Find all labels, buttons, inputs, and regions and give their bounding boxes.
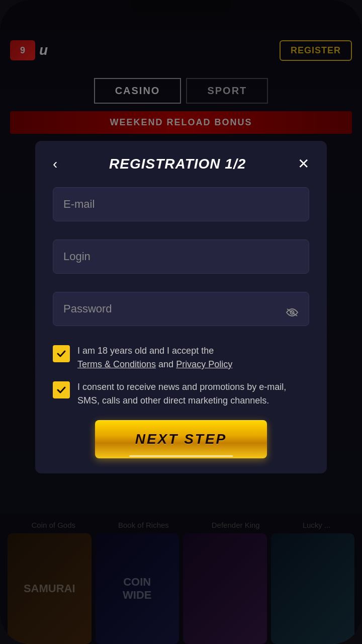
modal-title: REGISTRATION 1/2 (57, 156, 298, 172)
close-button[interactable]: ✕ (298, 157, 309, 171)
checkbox-1[interactable] (53, 345, 70, 362)
login-field-wrapper (53, 239, 309, 283)
terms-link[interactable]: Terms & Conditions (77, 359, 156, 369)
checkbox-1-text: I am 18 years old and I accept the Terms… (77, 344, 232, 371)
phone-frame: 9 u REGISTER CASINO SPORT WEEKEND RELOAD… (0, 0, 362, 644)
next-step-button[interactable]: NEXT STEP (95, 420, 267, 458)
checkbox-2[interactable] (53, 381, 70, 398)
checkbox-2-text: I consent to receive news and promotions… (77, 380, 309, 408)
registration-modal: ‹ REGISTRATION 1/2 ✕ (35, 141, 327, 473)
password-toggle-icon[interactable] (285, 307, 299, 320)
email-field-wrapper (53, 187, 309, 230)
password-field-wrapper (53, 292, 309, 335)
next-step-button-container: NEXT STEP (53, 420, 309, 458)
email-input[interactable] (53, 187, 309, 221)
modal-header: ‹ REGISTRATION 1/2 ✕ (53, 156, 309, 172)
privacy-link[interactable]: Privacy Policy (176, 359, 232, 369)
password-input[interactable] (53, 292, 309, 326)
login-input[interactable] (53, 239, 309, 274)
checkbox-row-2: I consent to receive news and promotions… (53, 380, 309, 408)
back-button[interactable]: ‹ (53, 157, 57, 171)
checkbox-area: I am 18 years old and I accept the Terms… (53, 344, 309, 408)
checkbox-row-1: I am 18 years old and I accept the Terms… (53, 344, 309, 371)
next-step-label: NEXT STEP (135, 431, 227, 447)
